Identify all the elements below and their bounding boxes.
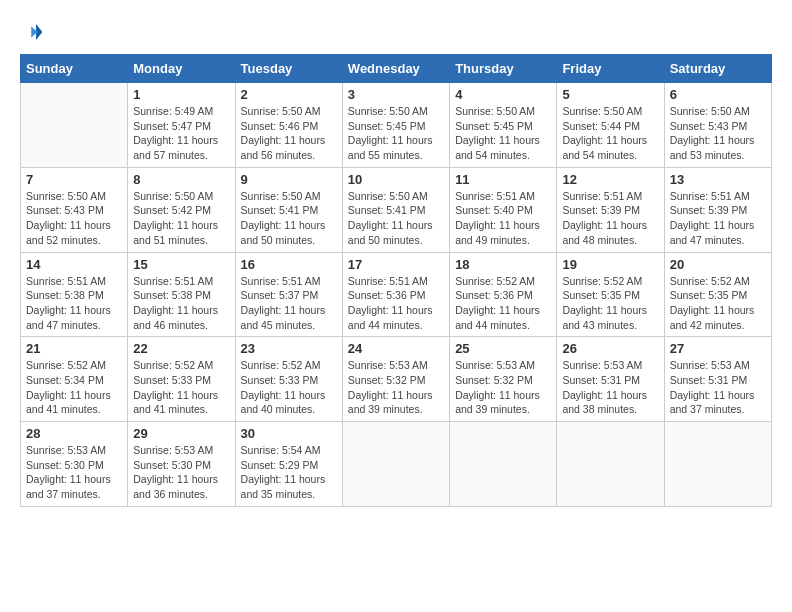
calendar-cell: 18Sunrise: 5:52 AMSunset: 5:36 PMDayligh… (450, 252, 557, 337)
weekday-header: Wednesday (342, 55, 449, 83)
day-info: Sunrise: 5:50 AMSunset: 5:41 PMDaylight:… (348, 189, 444, 248)
calendar-cell: 9Sunrise: 5:50 AMSunset: 5:41 PMDaylight… (235, 167, 342, 252)
weekday-header: Thursday (450, 55, 557, 83)
day-number: 17 (348, 257, 444, 272)
day-number: 9 (241, 172, 337, 187)
calendar-cell: 1Sunrise: 5:49 AMSunset: 5:47 PMDaylight… (128, 83, 235, 168)
calendar-cell: 2Sunrise: 5:50 AMSunset: 5:46 PMDaylight… (235, 83, 342, 168)
day-number: 27 (670, 341, 766, 356)
day-info: Sunrise: 5:53 AMSunset: 5:30 PMDaylight:… (26, 443, 122, 502)
day-number: 4 (455, 87, 551, 102)
day-number: 14 (26, 257, 122, 272)
calendar-cell: 25Sunrise: 5:53 AMSunset: 5:32 PMDayligh… (450, 337, 557, 422)
calendar-week-row: 21Sunrise: 5:52 AMSunset: 5:34 PMDayligh… (21, 337, 772, 422)
day-info: Sunrise: 5:50 AMSunset: 5:45 PMDaylight:… (348, 104, 444, 163)
day-info: Sunrise: 5:51 AMSunset: 5:38 PMDaylight:… (133, 274, 229, 333)
day-number: 20 (670, 257, 766, 272)
calendar-cell: 15Sunrise: 5:51 AMSunset: 5:38 PMDayligh… (128, 252, 235, 337)
day-number: 7 (26, 172, 122, 187)
weekday-header: Sunday (21, 55, 128, 83)
day-info: Sunrise: 5:53 AMSunset: 5:30 PMDaylight:… (133, 443, 229, 502)
day-number: 16 (241, 257, 337, 272)
day-number: 30 (241, 426, 337, 441)
calendar-cell (557, 422, 664, 507)
day-info: Sunrise: 5:50 AMSunset: 5:45 PMDaylight:… (455, 104, 551, 163)
calendar-cell: 21Sunrise: 5:52 AMSunset: 5:34 PMDayligh… (21, 337, 128, 422)
page-header (20, 20, 772, 44)
calendar-week-row: 1Sunrise: 5:49 AMSunset: 5:47 PMDaylight… (21, 83, 772, 168)
calendar-cell: 12Sunrise: 5:51 AMSunset: 5:39 PMDayligh… (557, 167, 664, 252)
logo (20, 20, 48, 44)
day-number: 15 (133, 257, 229, 272)
calendar-table: SundayMondayTuesdayWednesdayThursdayFrid… (20, 54, 772, 507)
day-info: Sunrise: 5:53 AMSunset: 5:31 PMDaylight:… (562, 358, 658, 417)
logo-icon (20, 20, 44, 44)
calendar-cell: 16Sunrise: 5:51 AMSunset: 5:37 PMDayligh… (235, 252, 342, 337)
calendar-cell: 7Sunrise: 5:50 AMSunset: 5:43 PMDaylight… (21, 167, 128, 252)
day-info: Sunrise: 5:51 AMSunset: 5:37 PMDaylight:… (241, 274, 337, 333)
calendar-cell: 19Sunrise: 5:52 AMSunset: 5:35 PMDayligh… (557, 252, 664, 337)
calendar-cell: 10Sunrise: 5:50 AMSunset: 5:41 PMDayligh… (342, 167, 449, 252)
calendar-cell: 22Sunrise: 5:52 AMSunset: 5:33 PMDayligh… (128, 337, 235, 422)
calendar-cell: 20Sunrise: 5:52 AMSunset: 5:35 PMDayligh… (664, 252, 771, 337)
calendar-cell: 4Sunrise: 5:50 AMSunset: 5:45 PMDaylight… (450, 83, 557, 168)
calendar-cell: 3Sunrise: 5:50 AMSunset: 5:45 PMDaylight… (342, 83, 449, 168)
day-number: 8 (133, 172, 229, 187)
day-number: 3 (348, 87, 444, 102)
calendar-cell: 23Sunrise: 5:52 AMSunset: 5:33 PMDayligh… (235, 337, 342, 422)
day-number: 1 (133, 87, 229, 102)
day-number: 13 (670, 172, 766, 187)
day-info: Sunrise: 5:49 AMSunset: 5:47 PMDaylight:… (133, 104, 229, 163)
day-info: Sunrise: 5:52 AMSunset: 5:35 PMDaylight:… (670, 274, 766, 333)
calendar-cell: 13Sunrise: 5:51 AMSunset: 5:39 PMDayligh… (664, 167, 771, 252)
calendar-week-row: 14Sunrise: 5:51 AMSunset: 5:38 PMDayligh… (21, 252, 772, 337)
day-info: Sunrise: 5:50 AMSunset: 5:43 PMDaylight:… (26, 189, 122, 248)
day-number: 5 (562, 87, 658, 102)
day-info: Sunrise: 5:52 AMSunset: 5:33 PMDaylight:… (241, 358, 337, 417)
calendar-cell: 5Sunrise: 5:50 AMSunset: 5:44 PMDaylight… (557, 83, 664, 168)
day-number: 10 (348, 172, 444, 187)
day-number: 24 (348, 341, 444, 356)
day-number: 22 (133, 341, 229, 356)
day-info: Sunrise: 5:50 AMSunset: 5:46 PMDaylight:… (241, 104, 337, 163)
day-number: 29 (133, 426, 229, 441)
weekday-header: Saturday (664, 55, 771, 83)
day-number: 2 (241, 87, 337, 102)
day-info: Sunrise: 5:53 AMSunset: 5:31 PMDaylight:… (670, 358, 766, 417)
day-info: Sunrise: 5:50 AMSunset: 5:42 PMDaylight:… (133, 189, 229, 248)
day-number: 18 (455, 257, 551, 272)
calendar-cell: 26Sunrise: 5:53 AMSunset: 5:31 PMDayligh… (557, 337, 664, 422)
day-number: 25 (455, 341, 551, 356)
day-info: Sunrise: 5:51 AMSunset: 5:40 PMDaylight:… (455, 189, 551, 248)
day-info: Sunrise: 5:50 AMSunset: 5:41 PMDaylight:… (241, 189, 337, 248)
day-number: 26 (562, 341, 658, 356)
day-info: Sunrise: 5:51 AMSunset: 5:39 PMDaylight:… (670, 189, 766, 248)
day-number: 11 (455, 172, 551, 187)
day-number: 28 (26, 426, 122, 441)
weekday-header: Friday (557, 55, 664, 83)
calendar-header-row: SundayMondayTuesdayWednesdayThursdayFrid… (21, 55, 772, 83)
day-info: Sunrise: 5:50 AMSunset: 5:44 PMDaylight:… (562, 104, 658, 163)
weekday-header: Monday (128, 55, 235, 83)
calendar-cell: 11Sunrise: 5:51 AMSunset: 5:40 PMDayligh… (450, 167, 557, 252)
day-number: 12 (562, 172, 658, 187)
calendar-cell: 29Sunrise: 5:53 AMSunset: 5:30 PMDayligh… (128, 422, 235, 507)
day-number: 19 (562, 257, 658, 272)
calendar-cell: 14Sunrise: 5:51 AMSunset: 5:38 PMDayligh… (21, 252, 128, 337)
day-info: Sunrise: 5:52 AMSunset: 5:35 PMDaylight:… (562, 274, 658, 333)
calendar-cell (342, 422, 449, 507)
day-info: Sunrise: 5:52 AMSunset: 5:33 PMDaylight:… (133, 358, 229, 417)
calendar-cell: 28Sunrise: 5:53 AMSunset: 5:30 PMDayligh… (21, 422, 128, 507)
calendar-cell: 6Sunrise: 5:50 AMSunset: 5:43 PMDaylight… (664, 83, 771, 168)
calendar-cell (664, 422, 771, 507)
calendar-week-row: 7Sunrise: 5:50 AMSunset: 5:43 PMDaylight… (21, 167, 772, 252)
calendar-cell: 27Sunrise: 5:53 AMSunset: 5:31 PMDayligh… (664, 337, 771, 422)
day-info: Sunrise: 5:50 AMSunset: 5:43 PMDaylight:… (670, 104, 766, 163)
day-info: Sunrise: 5:53 AMSunset: 5:32 PMDaylight:… (455, 358, 551, 417)
day-info: Sunrise: 5:54 AMSunset: 5:29 PMDaylight:… (241, 443, 337, 502)
day-info: Sunrise: 5:52 AMSunset: 5:36 PMDaylight:… (455, 274, 551, 333)
calendar-cell (450, 422, 557, 507)
calendar-cell: 30Sunrise: 5:54 AMSunset: 5:29 PMDayligh… (235, 422, 342, 507)
day-info: Sunrise: 5:53 AMSunset: 5:32 PMDaylight:… (348, 358, 444, 417)
day-number: 21 (26, 341, 122, 356)
